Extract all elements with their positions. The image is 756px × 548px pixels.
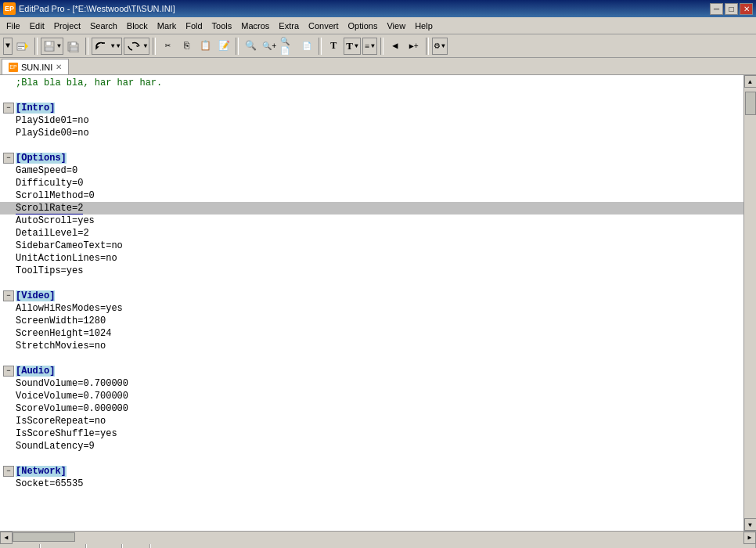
code-line[interactable]: −[Options]	[0, 152, 743, 164]
code-line[interactable]: ScoreVolume=0.000000	[0, 402, 743, 415]
menu-item-fold[interactable]: Fold	[181, 20, 207, 32]
toolbar-save-group[interactable]: ▼	[41, 38, 63, 55]
toolbar-undo-group[interactable]: ▼ ▼	[92, 38, 123, 55]
scroll-left-btn[interactable]: ◀	[0, 532, 13, 544]
toolbar-back-btn[interactable]: ◀	[387, 38, 404, 55]
close-button[interactable]: ✕	[740, 3, 753, 15]
menu-item-block[interactable]: Block	[122, 20, 153, 32]
svg-rect-2	[18, 45, 24, 45]
scroll-right-btn[interactable]: ▶	[743, 532, 756, 544]
code-line[interactable]: SidebarCameoText=no	[0, 240, 743, 252]
code-line[interactable]: Difficulty=0	[0, 177, 743, 189]
toolbar-paste-btn[interactable]: 📋	[196, 38, 214, 55]
fold-icon[interactable]: −	[3, 366, 14, 377]
toolbar-format2-dropdown[interactable]: T ▼	[344, 38, 360, 55]
title-bar-controls: ─ □ ✕	[710, 3, 753, 15]
file-tab[interactable]: EP SUN.INI ✕	[2, 59, 69, 74]
line-text: GameSpeed=0	[16, 165, 77, 176]
menu-item-mark[interactable]: Mark	[153, 20, 181, 32]
toolbar-btn-open-arrow[interactable]	[14, 38, 31, 55]
menu-item-search[interactable]: Search	[85, 20, 122, 32]
menu-item-extra[interactable]: Extra	[274, 20, 304, 32]
line-text: VoiceVolume=0.700000	[16, 391, 128, 402]
menu-item-convert[interactable]: Convert	[304, 20, 344, 32]
vertical-scrollbar[interactable]: ▲ ▼	[743, 75, 756, 531]
code-line[interactable]: −[Network]	[0, 465, 743, 478]
code-line[interactable]: IsScoreRepeat=no	[0, 415, 743, 427]
tab-close-btn[interactable]: ✕	[56, 63, 62, 71]
code-line[interactable]: −[Video]	[0, 290, 743, 302]
menu-item-tools[interactable]: Tools	[207, 20, 237, 32]
scroll-track-h[interactable]	[13, 532, 743, 544]
code-line[interactable]: AutoScroll=yes	[0, 215, 743, 227]
code-line[interactable]: GameSpeed=0	[0, 164, 743, 177]
line-text: AutoScroll=yes	[16, 215, 95, 226]
toolbar-btn-save-all[interactable]	[65, 38, 82, 55]
fold-icon[interactable]: −	[3, 103, 14, 114]
code-line[interactable]: −[Intro]	[0, 102, 743, 114]
menu-item-macros[interactable]: Macros	[236, 20, 274, 32]
toolbar-replace-btn[interactable]: 📄	[298, 38, 315, 55]
scroll-up-btn[interactable]: ▲	[744, 75, 757, 88]
status-insert: Insert	[86, 544, 122, 548]
toolbar-separator-6	[380, 38, 383, 55]
code-line[interactable]: PlaySide00=no	[0, 127, 743, 139]
scroll-down-btn[interactable]: ▼	[744, 518, 757, 531]
code-line[interactable]: ScreenWidth=1280	[0, 315, 743, 327]
toolbar-extra-dropdown[interactable]: ⚙ ▼	[432, 38, 448, 55]
code-line[interactable]	[0, 139, 743, 152]
code-line[interactable]: SoundVolume=0.700000	[0, 377, 743, 390]
menu-item-project[interactable]: Project	[49, 20, 85, 32]
menu-item-edit[interactable]: Edit	[25, 20, 49, 32]
toolbar-find-files-btn[interactable]: 🔍📄	[279, 38, 297, 55]
scroll-thumb-v[interactable]	[745, 92, 756, 115]
scroll-track-v[interactable]	[744, 88, 757, 518]
line-text: ;Bla bla bla, har har har.	[16, 78, 162, 88]
code-line[interactable]: StretchMovies=no	[0, 340, 743, 352]
code-line[interactable]	[0, 89, 743, 102]
code-line[interactable]: SoundLatency=9	[0, 440, 743, 452]
toolbar-format1-btn[interactable]: T	[325, 38, 342, 55]
fold-icon[interactable]: −	[3, 153, 14, 164]
svg-rect-6	[46, 41, 51, 45]
menu-item-file[interactable]: File	[2, 20, 25, 32]
code-line[interactable]: ;Bla bla bla, har har har.	[0, 77, 743, 89]
code-line[interactable]: VoiceVolume=0.700000	[0, 390, 743, 402]
fold-icon[interactable]: −	[3, 290, 14, 301]
code-line[interactable]	[0, 352, 743, 365]
toolbar-next-btn[interactable]: ▶+	[405, 38, 423, 55]
toolbar-paste-history-btn[interactable]: 📝	[215, 38, 232, 55]
code-line[interactable]: ScreenHeight=1024	[0, 327, 743, 340]
code-line[interactable]: Socket=65535	[0, 478, 743, 490]
toolbar-dropdown-1[interactable]: ▼	[3, 38, 13, 55]
code-line[interactable]: ScrollMethod=0	[0, 189, 743, 202]
minimize-button[interactable]: ─	[710, 3, 723, 15]
line-text: ScrollMethod=0	[16, 190, 95, 201]
menu-item-view[interactable]: View	[382, 20, 410, 32]
menu-item-options[interactable]: Options	[344, 20, 383, 32]
line-text: UnitActionLines=no	[16, 253, 117, 264]
line-text: [Audio]	[16, 366, 55, 377]
code-line[interactable]: IsScoreShuffle=yes	[0, 427, 743, 440]
scroll-thumb-h[interactable]	[13, 532, 75, 542]
code-line[interactable]: UnitActionLines=no	[0, 252, 743, 265]
toolbar-redo-group[interactable]: ▼	[124, 38, 149, 55]
toolbar-find-btn[interactable]: 🔍	[242, 38, 259, 55]
toolbar-format3-dropdown[interactable]: ≡ ▼	[362, 38, 377, 55]
toolbar-copy-btn[interactable]: ⎘	[178, 38, 195, 55]
toolbar-cut-btn[interactable]: ✂	[159, 38, 176, 55]
code-line[interactable]	[0, 277, 743, 290]
code-line[interactable]: −[Audio]	[0, 365, 743, 377]
code-line[interactable]: PlaySide01=no	[0, 114, 743, 127]
code-line[interactable]: DetailLevel=2	[0, 227, 743, 240]
code-line[interactable]: ScrollRate=2	[0, 202, 743, 215]
code-line[interactable]	[0, 452, 743, 465]
maximize-button[interactable]: □	[725, 3, 738, 15]
editor-content[interactable]: ;Bla bla bla, har har har.−[Intro]PlaySi…	[0, 75, 743, 531]
code-line[interactable]: AllowHiResModes=yes	[0, 302, 743, 315]
horizontal-scrollbar[interactable]: ◀ ▶	[0, 531, 756, 543]
menu-item-help[interactable]: Help	[410, 20, 437, 32]
code-line[interactable]: ToolTips=yes	[0, 265, 743, 277]
fold-icon[interactable]: −	[3, 466, 14, 477]
toolbar-find-plus-btn[interactable]: 🔍+	[261, 38, 278, 55]
